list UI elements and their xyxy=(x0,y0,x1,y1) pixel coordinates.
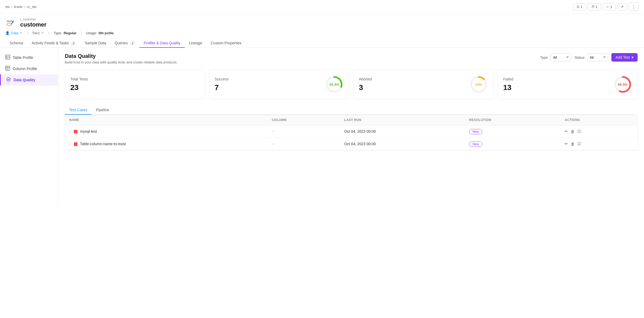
table-row: › Table-column-name-to-exist -- Oct 04, … xyxy=(65,138,637,150)
owner-link[interactable]: Data xyxy=(11,31,18,35)
success-value: 7 xyxy=(215,83,229,92)
stat-card-aborted: Aborted 3 13% xyxy=(353,70,493,99)
edit-icon-1[interactable]: ✏ xyxy=(565,129,568,134)
add-test-button[interactable]: Add Test ▾ xyxy=(611,53,638,62)
stat-card-aborted-left: Aborted 3 xyxy=(359,77,372,92)
tab-sample[interactable]: Sample Data xyxy=(80,39,110,48)
col-last-run: LAST RUN xyxy=(340,115,465,125)
stat-card-failed: Failed 13 56.5% xyxy=(498,70,638,99)
tab-test-cases[interactable]: Test Cases xyxy=(65,106,92,115)
meta-divider-2: | xyxy=(48,31,49,35)
more-options-button[interactable]: ⋮ xyxy=(629,3,639,11)
entity-info: MySQL t_customer customer xyxy=(5,17,46,29)
expand-icon-2[interactable]: › xyxy=(69,142,71,146)
failed-donut: 56.5% xyxy=(613,75,632,94)
share-button[interactable]: ↗ xyxy=(617,3,627,10)
status-label: Status: xyxy=(574,55,585,59)
test-cases-section: Test Cases Pipeline NAME COLUMN LAST RUN… xyxy=(65,106,638,151)
failed-percent: 56.5% xyxy=(618,83,628,87)
breadcrumb-dw[interactable]: dw xyxy=(5,5,10,9)
tab-custom[interactable]: Custom Properties xyxy=(206,39,246,48)
dq-title: Data Quality xyxy=(65,53,178,59)
stat-card-total-left: Total Tests 23 xyxy=(70,77,88,92)
row-2-actions: ✏ 🗑 ☑ xyxy=(560,138,637,150)
usage-meta: Usage: 0th pctile xyxy=(86,31,114,35)
test-table: NAME COLUMN LAST RUN RESOLUTION ACTIONS … xyxy=(65,115,637,150)
sidebar-item-data-quality[interactable]: Data Quality xyxy=(0,74,58,85)
svg-point-1 xyxy=(7,23,11,26)
status-control: Status: All xyxy=(574,54,608,61)
breadcrumb-cc_dw[interactable]: cc_dw xyxy=(27,5,36,9)
tab-profiler[interactable]: Profiler & Data Quality xyxy=(139,39,185,48)
breadcrumb-itrade[interactable]: itrade xyxy=(14,5,23,9)
owner-edit-icon[interactable]: ✏ xyxy=(20,31,23,35)
left-sidebar: Table Profile Column Profile Data Qual xyxy=(0,48,58,207)
mentions-button[interactable]: ⊙ 1 xyxy=(573,3,586,10)
failed-value: 13 xyxy=(503,83,513,92)
row-1-last-run: Oct 04, 2023 00:00 xyxy=(340,125,465,138)
tier-meta: Tier1 ✏ xyxy=(32,31,44,35)
action-icons-1: ✏ 🗑 ☑ xyxy=(565,129,633,134)
delete-icon-2[interactable]: 🗑 xyxy=(571,142,575,146)
action-icons-2: ✏ 🗑 ☑ xyxy=(565,141,633,146)
status-select[interactable]: All xyxy=(587,54,608,61)
success-label: Success xyxy=(215,77,229,81)
edit-icon-2[interactable]: ✏ xyxy=(565,141,568,146)
right-content: Data Quality Build trust in your data wi… xyxy=(58,48,644,207)
tab-pipeline[interactable]: Pipeline xyxy=(92,106,113,115)
row-2-column: -- xyxy=(268,138,340,150)
entity-header: MySQL t_customer customer xyxy=(0,14,644,29)
stat-card-total: Total Tests 23 xyxy=(65,70,205,99)
success-percent: 30.4% xyxy=(329,83,339,87)
check-icon-1[interactable]: ☑ xyxy=(577,129,581,134)
add-test-chevron-icon: ▾ xyxy=(632,55,633,59)
tab-activity[interactable]: Activity Feeds & Tasks 2 xyxy=(27,39,80,48)
table-header-row: NAME COLUMN LAST RUN RESOLUTION ACTIONS xyxy=(65,115,637,125)
sidebar-item-table-profile[interactable]: Table Profile xyxy=(0,52,58,63)
type-meta: Type: Regular xyxy=(54,31,76,35)
usage-label: Usage: xyxy=(86,31,97,35)
row-1-resolution: New xyxy=(465,125,560,138)
aborted-label: Aborted xyxy=(359,77,372,81)
failed-label: Failed xyxy=(503,77,513,81)
type-control: Type: All xyxy=(540,54,572,61)
col-column: COLUMN xyxy=(268,115,340,125)
breadcrumb: dw / itrade / cc_dw xyxy=(5,5,36,9)
aborted-value: 3 xyxy=(359,83,372,92)
queries-badge: 1 xyxy=(130,41,135,45)
row-2-name: › Table-column-name-to-exist xyxy=(65,138,268,150)
total-label: Total Tests xyxy=(70,77,88,81)
type-select[interactable]: All xyxy=(550,54,571,61)
status-dot-1 xyxy=(74,130,78,134)
breadcrumb-sep-1: / xyxy=(11,5,12,9)
row-1-actions: ✏ 🗑 ☑ xyxy=(560,125,637,138)
activity-badge: 2 xyxy=(71,41,76,45)
star-icon: ☆ xyxy=(606,5,609,9)
delete-icon-1[interactable]: 🗑 xyxy=(571,129,575,134)
sidebar-item-column-profile[interactable]: Column Profile xyxy=(0,63,58,74)
history-button[interactable]: ⏱ 1 xyxy=(588,3,601,10)
sidebar-data-quality-label: Data Quality xyxy=(14,78,35,82)
tier-value: Tier1 xyxy=(32,31,40,35)
tier-edit-icon[interactable]: ✏ xyxy=(41,31,44,35)
svg-rect-7 xyxy=(6,66,10,70)
breadcrumb-sep-2: / xyxy=(24,5,25,9)
share-icon: ↗ xyxy=(621,5,624,9)
tab-queries[interactable]: Queries 1 xyxy=(110,39,139,48)
top-actions: ⊙ 1 ⏱ 1 ☆ 1 ↗ ⋮ xyxy=(573,3,639,11)
meta-divider-3: | xyxy=(81,31,82,35)
usage-value: 0th pctile xyxy=(98,31,114,35)
expand-icon-1[interactable]: › xyxy=(69,129,71,134)
tab-schema[interactable]: Schema xyxy=(5,39,27,48)
row-1-name: › mysql-test xyxy=(65,125,268,138)
star-button[interactable]: ☆ 1 xyxy=(603,3,616,10)
check-icon-2[interactable]: ☑ xyxy=(577,141,581,146)
mysql-icon: MySQL xyxy=(6,18,16,28)
row-1-column: -- xyxy=(268,125,340,138)
svg-rect-3 xyxy=(6,55,10,59)
tab-lineage[interactable]: Lineage xyxy=(185,39,207,48)
entity-names: t_customer customer xyxy=(20,18,46,28)
col-resolution: RESOLUTION xyxy=(465,115,560,125)
resolution-badge-1: New xyxy=(469,129,482,134)
aborted-percent: 13% xyxy=(475,83,482,87)
